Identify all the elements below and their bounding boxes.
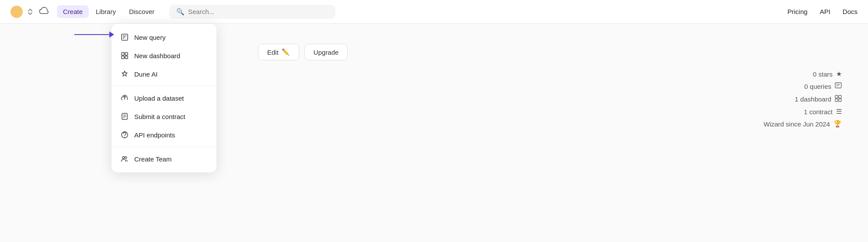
stars-value: 0 stars (813, 70, 833, 78)
nav-tabs: Create Library Discover (57, 5, 160, 18)
contracts-value: 1 contract (804, 108, 833, 116)
stat-stars: 0 stars ★ (813, 70, 842, 78)
divider-1 (112, 86, 216, 86)
arrow-line (74, 34, 109, 35)
dune-ai-label: Dune AI (134, 70, 157, 78)
svg-rect-4 (122, 53, 124, 55)
upload-dataset-label: Upload a dataset (134, 95, 184, 102)
arrow-head (109, 32, 114, 38)
new-query-label: New query (134, 34, 166, 41)
edit-button[interactable]: Edit ✏️ (258, 44, 299, 60)
api-endpoint-icon (120, 130, 129, 139)
arrow-indicator (74, 32, 114, 38)
svg-point-14 (122, 157, 125, 159)
svg-rect-19 (835, 95, 838, 98)
dropdown-item-submit-contract[interactable]: Submit a contract (112, 107, 216, 126)
svg-point-13 (124, 137, 125, 137)
dropdown-item-new-query[interactable]: New query (112, 28, 216, 46)
create-dropdown: New query New dashboard Dune AI (112, 24, 216, 172)
svg-point-15 (125, 157, 127, 158)
upload-icon (120, 94, 129, 102)
svg-rect-22 (839, 99, 841, 102)
upgrade-label: Upgrade (314, 49, 339, 56)
logo[interactable] (10, 6, 23, 18)
svg-rect-5 (125, 53, 128, 55)
svg-rect-21 (835, 99, 838, 102)
navbar: Create Library Discover 🔍 Pricing API Do… (0, 0, 868, 24)
pricing-link[interactable]: Pricing (788, 8, 808, 15)
dropdown-item-new-dashboard[interactable]: New dashboard (112, 46, 216, 65)
contract-stat-icon: ☰ (836, 108, 842, 116)
stats-panel: 0 stars ★ 0 queries 1 dashboard 1 contra… (763, 70, 842, 128)
action-buttons: Edit ✏️ Upgrade (258, 44, 348, 60)
divider-2 (112, 147, 216, 147)
tab-library[interactable]: Library (90, 5, 122, 18)
dropdown-item-dune-ai[interactable]: Dune AI (112, 65, 216, 83)
wizard-icon: 🏆 (833, 120, 842, 128)
query-icon (120, 33, 129, 42)
api-link[interactable]: API (820, 8, 830, 15)
search-icon: 🔍 (176, 8, 185, 16)
stat-dashboards: 1 dashboard (795, 95, 842, 103)
dashboard-stat-icon (835, 95, 842, 103)
dropdown-item-create-team[interactable]: Create Team (112, 150, 216, 168)
dropdown-item-api-endpoints[interactable]: API endpoints (112, 126, 216, 144)
submit-contract-label: Submit a contract (134, 113, 185, 120)
api-endpoints-label: API endpoints (134, 131, 175, 139)
cloud-icon[interactable] (38, 6, 50, 18)
docs-link[interactable]: Docs (843, 8, 858, 15)
contract-icon (120, 112, 129, 121)
dropdown-item-upload-dataset[interactable]: Upload a dataset (112, 89, 216, 107)
wizard-value: Wizard since Jun 2024 (763, 120, 830, 128)
search-bar: 🔍 (169, 5, 335, 19)
svg-rect-7 (125, 56, 128, 59)
tab-discover[interactable]: Discover (123, 5, 160, 18)
create-team-label: Create Team (134, 155, 172, 163)
tab-create[interactable]: Create (57, 5, 89, 18)
ai-icon (120, 70, 129, 78)
star-icon: ★ (836, 70, 842, 78)
dashboards-value: 1 dashboard (795, 95, 831, 103)
chevron-nav[interactable] (26, 8, 34, 16)
svg-rect-20 (839, 95, 841, 98)
upgrade-button[interactable]: Upgrade (304, 44, 348, 60)
svg-rect-16 (835, 83, 841, 88)
search-input[interactable] (188, 8, 328, 15)
queries-value: 0 queries (804, 83, 831, 90)
new-dashboard-label: New dashboard (134, 52, 180, 60)
edit-label: Edit (267, 49, 279, 56)
stat-contracts: 1 contract ☰ (804, 108, 842, 116)
svg-rect-6 (122, 56, 124, 59)
pencil-icon: ✏️ (282, 48, 290, 56)
stat-queries: 0 queries (804, 82, 842, 91)
query-stat-icon (835, 82, 842, 91)
team-icon (120, 154, 129, 163)
nav-right-links: Pricing API Docs (788, 8, 858, 15)
dashboard-icon (120, 51, 129, 60)
stat-wizard: Wizard since Jun 2024 🏆 (763, 120, 842, 128)
